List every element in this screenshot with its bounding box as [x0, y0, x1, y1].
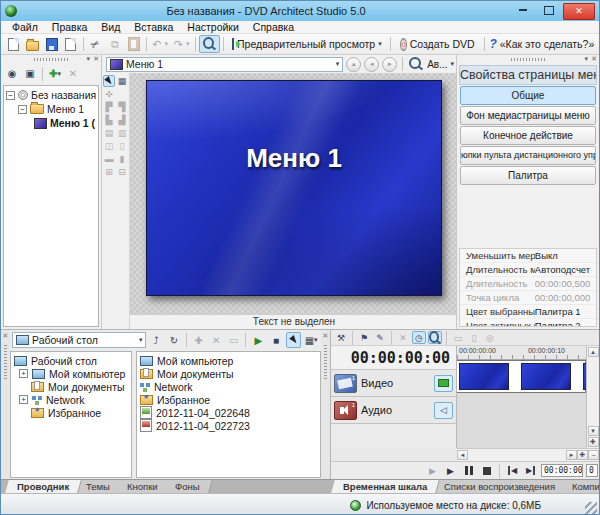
- close-icon[interactable]: ✕: [323, 332, 329, 340]
- scroll-left-icon[interactable]: ◂: [457, 450, 468, 460]
- video-track-lane[interactable]: [457, 360, 586, 393]
- list-item[interactable]: Network: [137, 380, 320, 393]
- folder-up-button[interactable]: ⤴: [148, 332, 164, 348]
- location-combo[interactable]: Рабочий стол ▾: [12, 332, 146, 348]
- close-button[interactable]: ✕: [563, 3, 595, 20]
- timeline-ruler[interactable]: 00:00:00:00 00:00:00:10: [457, 346, 586, 360]
- snap-to-grid-button[interactable]: ⊟: [116, 166, 128, 178]
- track-edit-tool-button[interactable]: ⊹: [103, 88, 115, 100]
- paste-button[interactable]: [125, 35, 143, 53]
- list-item[interactable]: Мой компьютер: [137, 354, 320, 367]
- tree-item-menu[interactable]: − Меню 1: [4, 102, 98, 116]
- close-icon[interactable]: ✕: [3, 332, 9, 340]
- video-thumbnail[interactable]: [521, 363, 571, 390]
- list-item[interactable]: Мои документы: [137, 367, 320, 380]
- cursor-time-field[interactable]: 00:00:00: [541, 464, 583, 477]
- menu-background[interactable]: Меню 1: [146, 80, 442, 296]
- resize-grip[interactable]: [585, 502, 597, 514]
- preview-button[interactable]: Предварительный просмотр ▾: [227, 35, 388, 53]
- make-dvd-button[interactable]: Создать DVD: [394, 35, 480, 53]
- auto-preview-toggle-button[interactable]: [286, 332, 302, 348]
- menu-file[interactable]: Файл: [5, 21, 45, 33]
- nav-forward-button[interactable]: ▸: [382, 57, 397, 72]
- stop-button[interactable]: [479, 464, 494, 478]
- new-folder-button[interactable]: ✚: [191, 332, 207, 348]
- audio-mute-button[interactable]: ◁: [434, 402, 453, 419]
- tab-playlists[interactable]: Списки воспроизведения: [432, 480, 568, 493]
- timecode-display[interactable]: 00:00:00:00: [331, 346, 456, 370]
- props-tab-general[interactable]: Общие: [460, 86, 596, 105]
- align-top-button[interactable]: ▜: [116, 101, 128, 113]
- replace-media-button[interactable]: ▯: [467, 331, 481, 344]
- track-row-video[interactable]: 1 Видео: [331, 370, 456, 397]
- open-media-button[interactable]: ▭: [451, 331, 465, 344]
- project-properties-button[interactable]: [62, 35, 80, 53]
- delete-chapter-button[interactable]: ✕: [396, 331, 410, 344]
- tree-item-desktop[interactable]: Рабочий стол: [11, 354, 131, 367]
- tree-item-my-documents[interactable]: Мои документы: [11, 380, 131, 393]
- tab-explorer[interactable]: Проводник: [5, 480, 82, 493]
- rename-chapter-button[interactable]: ✎: [373, 331, 387, 344]
- track-row-audio[interactable]: 1 Аудио ◁: [331, 397, 456, 424]
- project-panel-grip[interactable]: ▾✕: [1, 55, 101, 64]
- align-center-h-button[interactable]: ▙: [103, 114, 115, 126]
- grid-tool-button[interactable]: ▦: [116, 75, 128, 87]
- same-width-button[interactable]: ◫: [103, 140, 115, 152]
- pin-icon[interactable]: ▾: [87, 55, 91, 63]
- tree-item-project-root[interactable]: − Без названия: [4, 88, 98, 102]
- list-item[interactable]: 2012-11-04_022648: [137, 406, 320, 419]
- align-left-button[interactable]: ▛: [103, 101, 115, 113]
- go-to-end-button[interactable]: ▶: [523, 464, 538, 478]
- property-value[interactable]: Автоподсчет: [535, 264, 596, 275]
- menu-title-text[interactable]: Меню 1: [147, 143, 441, 174]
- align-bottom-button[interactable]: ▥: [116, 127, 128, 139]
- menu-edit[interactable]: Правка: [45, 21, 94, 33]
- menu-options[interactable]: Настройки: [180, 21, 246, 33]
- tab-timeline[interactable]: Временная шкала: [331, 480, 440, 493]
- zoom-level-value[interactable]: Ав...: [427, 59, 447, 70]
- align-right-button[interactable]: ▤: [103, 127, 115, 139]
- scroll-right-icon[interactable]: ▸: [566, 450, 577, 460]
- tree-item-network[interactable]: + Network: [11, 393, 131, 406]
- timeline-vertical-scrollbar[interactable]: ▴ ▾ ✚: [586, 346, 599, 448]
- menu-canvas[interactable]: Меню 1: [130, 73, 458, 315]
- menu-insert[interactable]: Вставка: [127, 21, 180, 33]
- menu-help[interactable]: Справка: [246, 21, 301, 33]
- property-value[interactable]: Выкл: [535, 250, 596, 261]
- scroll-down-icon[interactable]: ▾: [588, 426, 599, 436]
- open-project-button[interactable]: [23, 35, 42, 53]
- play-preview-button[interactable]: ▶: [250, 332, 266, 348]
- insert-chapter-button[interactable]: ⚑: [357, 331, 371, 344]
- refresh-button[interactable]: ↻: [166, 332, 182, 348]
- video-thumbnail[interactable]: [459, 363, 509, 390]
- play-button[interactable]: ▶: [443, 464, 458, 478]
- pin-icon[interactable]: ▾: [585, 55, 589, 63]
- end-time-field[interactable]: 0: [586, 464, 598, 477]
- tree-item-my-computer[interactable]: + Мой компьютер: [11, 367, 131, 380]
- views-button[interactable]: ▦▾: [303, 332, 319, 348]
- properties-panel-grip[interactable]: ▾✕: [457, 55, 599, 64]
- space-across-button[interactable]: ▬: [103, 153, 115, 165]
- nav-up-button[interactable]: ▴: [346, 57, 361, 72]
- explorer-left-grip[interactable]: ✕: [1, 330, 10, 479]
- chevron-down-icon[interactable]: ▾: [450, 60, 454, 68]
- zoom-out-button[interactable]: −: [588, 450, 599, 460]
- explorer-right-grip[interactable]: ✕: [321, 330, 330, 479]
- tab-compilation[interactable]: Компиляция: [561, 480, 600, 493]
- save-project-button[interactable]: [43, 35, 61, 53]
- menu-view[interactable]: Вид: [94, 21, 127, 33]
- delete-file-button[interactable]: ✕: [208, 332, 224, 348]
- tree-item-menu-page[interactable]: Меню 1 (: [4, 116, 98, 130]
- disc-view-button[interactable]: ◉: [4, 66, 20, 82]
- stop-preview-button[interactable]: ■: [268, 332, 284, 348]
- space-down-button[interactable]: ▮: [116, 153, 128, 165]
- cut-button[interactable]: ✂: [87, 35, 105, 53]
- scroll-up-icon[interactable]: ▴: [588, 347, 599, 357]
- tree-item-favorites[interactable]: Избранное: [11, 406, 131, 419]
- expand-icon[interactable]: +: [19, 395, 28, 404]
- tab-buttons[interactable]: Кнопки: [115, 480, 170, 493]
- delete-object-button[interactable]: ✕: [65, 66, 81, 82]
- tools-button[interactable]: ⚒: [334, 331, 348, 344]
- minimize-button[interactable]: [511, 3, 535, 18]
- property-value[interactable]: Палитра 2: [535, 320, 596, 327]
